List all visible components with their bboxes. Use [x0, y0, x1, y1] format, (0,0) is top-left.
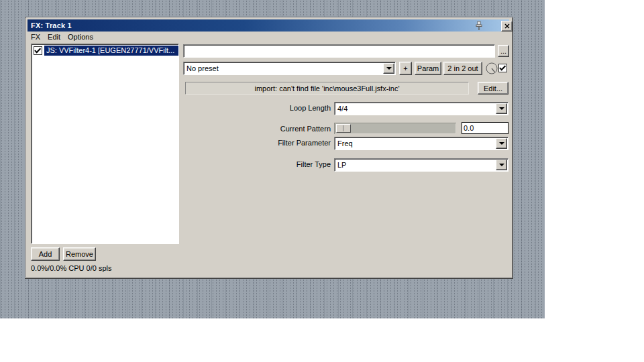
- fx-item-label: JS: VVFilter4-1 [EUGEN27771/VVFilt...: [44, 46, 178, 56]
- filter-parameter-label: Filter Parameter: [197, 139, 331, 147]
- preset-plus-button[interactable]: +: [399, 62, 412, 75]
- menu-edit[interactable]: Edit: [48, 33, 60, 41]
- menu-bar: FX Edit Options: [31, 32, 93, 42]
- import-error-text: import: can't find file 'inc\mouse3Full.…: [255, 84, 400, 93]
- menu-fx[interactable]: FX: [31, 33, 40, 41]
- fx-list-item[interactable]: JS: VVFilter4-1 [EUGEN27771/VVFilt...: [32, 45, 178, 56]
- slider-thumb[interactable]: [336, 124, 351, 133]
- fx-list[interactable]: JS: VVFilter4-1 [EUGEN27771/VVFilt...: [31, 44, 179, 244]
- window-titlebar[interactable]: FX: Track 1: [28, 19, 509, 32]
- wet-dry-knob[interactable]: [485, 62, 498, 75]
- current-pattern-slider[interactable]: [334, 123, 456, 134]
- menu-options[interactable]: Options: [68, 33, 93, 41]
- knob-icon: [485, 62, 498, 75]
- chevron-down-icon: [499, 142, 504, 145]
- filter-type-label: Filter Type: [197, 160, 331, 168]
- filter-type-dropdown-arrow[interactable]: [496, 160, 507, 170]
- filter-parameter-value: Freq: [337, 139, 353, 147]
- close-icon: [504, 23, 510, 29]
- pin-button[interactable]: [473, 19, 485, 32]
- fx-enabled-checkbox[interactable]: [34, 46, 42, 55]
- cpu-status-text: 0.0%/0.0% CPU 0/0 spls: [31, 264, 111, 272]
- fx-active-checkbox[interactable]: [498, 64, 507, 72]
- close-button[interactable]: [501, 21, 513, 32]
- loop-length-label: Loop Length: [197, 104, 331, 112]
- fx-chain-window: FX: Track 1 FX Edit Options JS: VVFilter…: [25, 17, 513, 279]
- chevron-down-icon: [499, 107, 504, 110]
- filter-type-dropdown[interactable]: LP: [334, 158, 508, 172]
- pin-icon: [474, 21, 484, 31]
- chevron-down-icon: [499, 164, 504, 166]
- add-fx-button[interactable]: Add: [31, 247, 60, 261]
- filter-parameter-dropdown-arrow[interactable]: [496, 138, 507, 149]
- param-button[interactable]: Param: [415, 62, 441, 75]
- chevron-down-icon: [386, 67, 392, 70]
- window-title: FX: Track 1: [28, 21, 72, 29]
- loop-length-value: 4/4: [337, 105, 347, 113]
- preset-value: No preset: [186, 64, 219, 72]
- fx-comment-input[interactable]: [183, 44, 495, 58]
- io-routing-button[interactable]: 2 in 2 out: [443, 62, 482, 75]
- current-pattern-label: Current Pattern: [197, 125, 331, 133]
- filter-type-value: LP: [337, 161, 346, 169]
- remove-fx-button[interactable]: Remove: [63, 247, 96, 261]
- loop-length-dropdown-arrow[interactable]: [496, 103, 507, 114]
- checkmark-icon: [499, 64, 506, 70]
- preset-dropdown-arrow[interactable]: [383, 63, 394, 74]
- import-error-field: import: can't find file 'inc\mouse3Full.…: [185, 82, 469, 95]
- filter-parameter-dropdown[interactable]: Freq: [334, 137, 508, 150]
- current-pattern-value-input[interactable]: [462, 122, 508, 134]
- preset-dropdown[interactable]: No preset: [183, 62, 396, 75]
- more-options-button[interactable]: ...: [498, 45, 509, 57]
- edit-jsfx-button[interactable]: Edit...: [478, 82, 508, 95]
- checkmark-icon: [34, 46, 41, 53]
- loop-length-dropdown[interactable]: 4/4: [334, 102, 508, 115]
